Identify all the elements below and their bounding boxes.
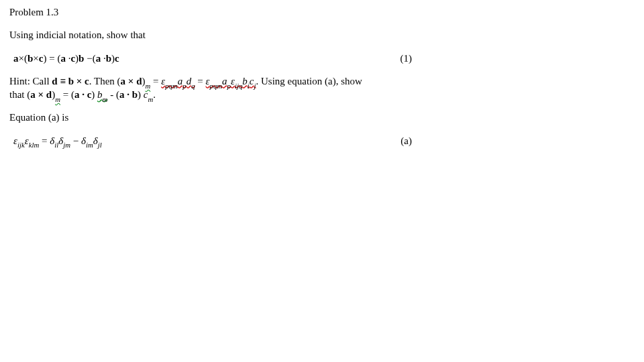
eqa-eq: = [39,135,50,146]
eqa-sub2: klm [29,141,40,149]
hint-term-1: εpqmapdq [161,76,195,86]
eqa-d2s: jm [63,141,70,149]
hint-eq: = [195,76,206,86]
vec-b: b [106,53,111,64]
times-op: × [19,53,24,64]
times-op: × [33,53,38,64]
eqa-d3: δ [81,135,86,146]
eqa-d1s: il [54,141,58,149]
eqa-d4: δ [93,135,98,146]
equation-1: a×(b×c) = (a ·c)b −(a ·b)c (1) [13,52,492,65]
intro-text: Using indicial notation, show that [9,28,492,42]
equation-a-body: εijkεklm = δilδjm − δimδjl [13,134,102,147]
hl2-d: = ( [60,89,74,100]
hl2-b: a × d [30,89,52,100]
equation-a: εijkεklm = δilδjm − δimδjl (a) [13,134,492,147]
problem-title: Problem 1.3 [9,5,492,19]
vec-a: a [60,53,66,64]
hint-line-1: Hint: Call d ≡ b × c. Then (a × d)m = εp… [9,74,492,88]
hl2-e: a · c [74,89,91,100]
hint-eq: = [150,76,161,86]
vec-a: a [96,53,101,64]
hl2-i: a · b [119,89,138,100]
equals: = [46,53,57,64]
hl2-j: ) [138,89,144,100]
hl2-a: that ( [9,89,30,100]
hl2-l: . [153,89,156,100]
equation-a-number: (a) [400,134,492,147]
equation-a-label: Equation (a) is [9,111,492,124]
vec-b: b [78,53,84,64]
hl2-f: ) [91,89,97,100]
hint-term-2: εpqmapεijqbicj [206,76,256,86]
hint-def: d ≡ b × c [52,76,89,86]
hint-axd: a × d [121,76,142,86]
vec-c: c [115,53,119,64]
hl2-k-sub: m [148,95,153,103]
eqa-d3s: im [86,141,93,149]
eqa-d4s: jl [98,141,102,149]
hint-line-2: that (a × d)m = (a · c) bm - (a · b) cm. [9,88,492,101]
hint-pre: Hint: Call [9,76,52,86]
hl2-g: bm [97,89,107,100]
minus-op: − [87,53,92,64]
hint-sub-m: m [145,82,150,90]
hl2-h: - ( [107,89,119,100]
hint-then: . Then ( [89,76,121,86]
eqa-sub1: ijk [17,141,25,149]
vec-a: a [13,53,19,64]
equation-1-number: (1) [400,52,493,65]
equation-1-body: a×(b×c) = (a ·c)b −(a ·b)c [13,52,119,65]
hint-after: . Using equation (a), show [256,76,362,86]
document-page: Problem 1.3 Using indicial notation, sho… [0,0,492,147]
hl2-sub-m: m [55,95,60,103]
eqa-minus: − [70,135,81,146]
